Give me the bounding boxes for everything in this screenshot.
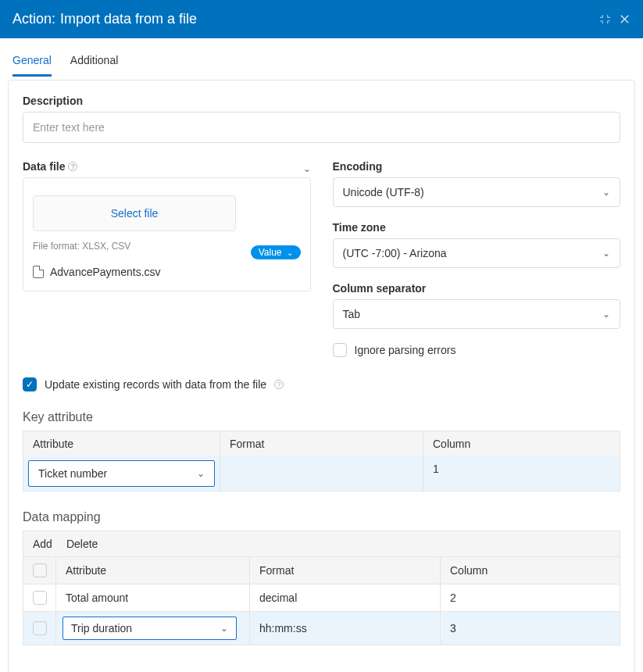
description-input[interactable] xyxy=(23,112,620,143)
file-box: Select file File format: XLSX, CSV Value… xyxy=(23,177,311,296)
attribute-cell[interactable]: Total amount xyxy=(56,584,250,611)
key-attribute-select[interactable]: Ticket number ⌄ xyxy=(28,460,215,487)
chevron-down-icon: ⌄ xyxy=(197,468,205,479)
ignore-errors-checkbox[interactable] xyxy=(333,343,347,357)
value-pill[interactable]: Value ⌄ xyxy=(251,245,301,259)
help-icon[interactable]: ? xyxy=(68,162,77,171)
format-cell[interactable]: decimal xyxy=(250,584,441,611)
row-checkbox[interactable] xyxy=(33,591,47,605)
ignore-errors-label: Ignore parsing errors xyxy=(355,344,456,356)
header-prefix: Action: xyxy=(13,11,55,27)
format-cell[interactable]: hh:mm:ss xyxy=(250,612,441,645)
encoding-label: Encoding xyxy=(333,160,621,173)
timezone-select[interactable]: (UTC -7:00) - Arizona ⌄ xyxy=(333,238,621,268)
chevron-down-icon: ⌄ xyxy=(220,623,228,634)
col-header-format: Format xyxy=(250,557,441,584)
header-title: Import data from a file xyxy=(60,11,197,27)
tabs: General Additional xyxy=(0,46,643,77)
timezone-label: Time zone xyxy=(333,221,621,234)
collapse-icon[interactable] xyxy=(599,13,611,25)
chevron-down-icon: ⌄ xyxy=(602,309,610,320)
key-format-cell[interactable] xyxy=(220,456,423,491)
col-header-column: Column xyxy=(441,557,620,584)
update-existing-label: Update existing records with data from t… xyxy=(45,378,266,391)
table-row[interactable]: Trip duration ⌄ hh:mm:ss 3 xyxy=(23,611,620,645)
encoding-select[interactable]: Unicode (UTF-8) ⌄ xyxy=(333,177,621,207)
add-button[interactable]: Add xyxy=(33,538,52,550)
chevron-down-icon[interactable]: ⌄ xyxy=(303,163,311,174)
close-icon[interactable] xyxy=(619,13,630,25)
col-header-attribute: Attribute xyxy=(56,557,250,584)
data-mapping-table: Attribute Format Column Total amount dec… xyxy=(23,557,620,645)
file-name: AdvancePayments.csv xyxy=(33,266,301,278)
tab-additional[interactable]: Additional xyxy=(70,46,119,76)
delete-button[interactable]: Delete xyxy=(66,538,98,550)
attribute-select[interactable]: Trip duration ⌄ xyxy=(63,617,237,640)
chevron-down-icon: ⌄ xyxy=(287,248,293,257)
help-icon[interactable]: ? xyxy=(274,380,284,389)
data-mapping-toolbar: Add Delete xyxy=(23,531,620,557)
table-row[interactable]: Total amount decimal 2 xyxy=(23,584,620,611)
key-attribute-title: Key attribute xyxy=(23,410,620,424)
col-header-attribute: Attribute xyxy=(23,431,220,456)
description-label: Description xyxy=(23,95,620,107)
column-cell[interactable]: 2 xyxy=(441,584,620,611)
select-file-button[interactable]: Select file xyxy=(33,195,236,231)
dialog-header: Action: Import data from a file xyxy=(0,0,643,38)
col-header-column: Column xyxy=(423,431,620,456)
row-checkbox[interactable] xyxy=(33,621,47,635)
key-attribute-row[interactable]: Ticket number ⌄ 1 xyxy=(23,456,620,491)
key-attribute-table: Attribute Format Column Ticket number ⌄ … xyxy=(23,431,620,491)
separator-label: Column separator xyxy=(333,282,621,295)
column-cell[interactable]: 3 xyxy=(441,612,620,645)
tab-general[interactable]: General xyxy=(13,46,52,77)
update-existing-checkbox[interactable]: ✓ xyxy=(23,377,37,391)
chevron-down-icon: ⌄ xyxy=(602,187,610,198)
document-icon xyxy=(33,266,44,278)
separator-select[interactable]: Tab ⌄ xyxy=(333,299,621,329)
select-all-checkbox[interactable] xyxy=(33,563,47,577)
chevron-down-icon: ⌄ xyxy=(602,248,610,259)
general-panel: Description Data file ? ⌄ Select file Fi… xyxy=(8,80,635,672)
data-mapping-title: Data mapping xyxy=(23,510,620,524)
key-column-cell[interactable]: 1 xyxy=(423,456,620,491)
datafile-label: Data file ? xyxy=(23,160,77,173)
col-header-format: Format xyxy=(220,431,423,456)
